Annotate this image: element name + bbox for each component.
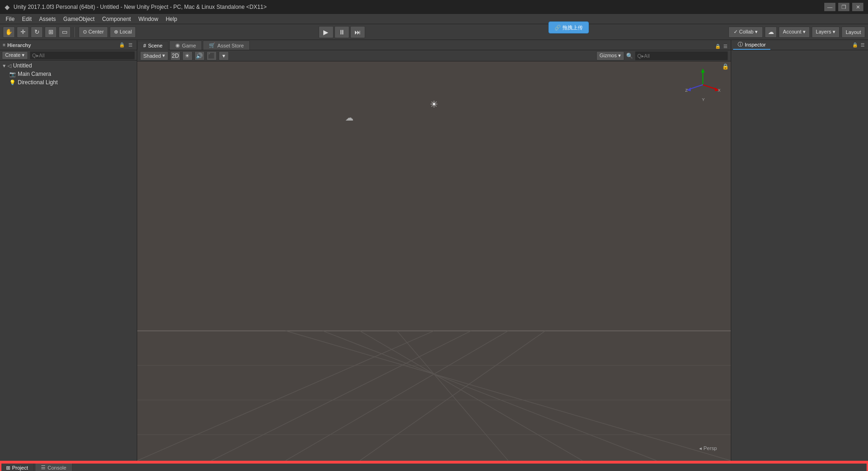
inspector-panel: ⓘ Inspector 🔒 ☰	[731, 40, 868, 461]
menu-item-file[interactable]: File	[2, 15, 18, 23]
hand-tool-button[interactable]: ✋	[3, 27, 15, 38]
menu-item-window[interactable]: Window	[134, 15, 162, 23]
cloud-button[interactable]: ☁	[765, 27, 777, 38]
toolbar: ✋ ✛ ↻ ⊞ ▭ ⊙ Center ⊕ Local ▶ ⏸ ⏭ 🔗 拖拽上传 …	[0, 24, 868, 40]
menu-item-gameobject[interactable]: GameObject	[60, 15, 98, 23]
inspector-menu-button[interactable]: ☰	[859, 41, 866, 49]
scene-viewport: ☀ ☁ Y X Z	[137, 61, 731, 461]
inspector-tab-bar: ⓘ Inspector 🔒 ☰	[731, 40, 868, 50]
audio-button[interactable]: 🔊	[194, 51, 205, 61]
inspector-tab-label: Inspector	[745, 42, 766, 47]
game-tab[interactable]: ◉ Game	[169, 40, 202, 50]
shading-arrow-icon: ▾	[162, 53, 165, 59]
console-tab[interactable]: ☰ Console	[35, 463, 72, 471]
hierarchy-lock-button[interactable]: 🔒	[118, 41, 126, 49]
pause-button[interactable]: ⏸	[334, 26, 349, 38]
console-tab-label: Console	[47, 465, 66, 471]
inspector-lock-button[interactable]: 🔒	[851, 41, 859, 49]
light-icon: 💡	[9, 80, 16, 86]
svg-text:Y: Y	[702, 97, 705, 102]
hierarchy-toolbar: Create ▾	[0, 50, 137, 61]
move-tool-button[interactable]: ✛	[17, 27, 29, 38]
upload-button[interactable]: 🔗 拖拽上传	[548, 21, 589, 34]
account-button[interactable]: Account ▾	[779, 27, 810, 38]
svg-line-7	[323, 331, 657, 461]
inspector-info-icon: ⓘ	[738, 41, 743, 48]
scale-tool-button[interactable]: ⊞	[45, 27, 57, 38]
local-button[interactable]: ⊕ Local	[110, 27, 136, 38]
hierarchy-panel: ≡ Hierarchy 🔒 ☰ Create ▾ ▼ ◁ Untitled 📷 …	[0, 40, 137, 461]
hierarchy-icon: ≡	[3, 42, 6, 47]
console-tab-icon: ☰	[41, 464, 46, 471]
play-controls: ▶ ⏸ ⏭	[319, 26, 365, 38]
step-button[interactable]: ⏭	[350, 26, 365, 38]
rotate-tool-button[interactable]: ↻	[31, 27, 43, 38]
scene-tab-label: Scene	[148, 43, 162, 48]
sun-button[interactable]: ☀	[182, 51, 193, 61]
asset-store-tab-icon: 🛒	[209, 42, 215, 48]
hierarchy-content: ▼ ◁ Untitled 📷 Main Camera 💡 Directional…	[0, 61, 137, 461]
hierarchy-item-label-2: Directional Light	[18, 79, 58, 86]
hierarchy-create-button[interactable]: Create ▾	[2, 51, 28, 60]
scene-grid	[137, 201, 731, 461]
project-tab-icon: ⊞	[6, 465, 10, 471]
shading-dropdown[interactable]: Shaded ▾	[140, 51, 168, 61]
scene-search-input[interactable]	[635, 51, 728, 61]
scene-arrow-icon: ▼	[2, 63, 7, 68]
title-bar: ◆ Unity 2017.1.0f3 Personal (64bit) - Un…	[0, 0, 868, 14]
asset-store-tab[interactable]: 🛒 Asset Store	[203, 40, 250, 50]
center-button[interactable]: ⊙ Center	[79, 27, 108, 38]
svg-marker-13	[701, 68, 705, 73]
scene-tab[interactable]: # Scene	[137, 41, 168, 50]
hierarchy-menu-button[interactable]: ☰	[127, 41, 134, 49]
bottom-area: ⊞ Project ☰ Console Create ▾ ▼ ★ Favorit…	[0, 461, 868, 471]
hierarchy-scene-root[interactable]: ▼ ◁ Untitled	[0, 61, 137, 70]
svg-text:X: X	[718, 88, 721, 93]
play-button[interactable]: ▶	[319, 26, 334, 38]
scene-icon: ◁	[7, 63, 11, 69]
scene-lock-icon: 🔒	[722, 63, 729, 70]
scene-tab-icon: #	[143, 43, 146, 48]
camera-icon: 📷	[9, 71, 16, 77]
gizmos-search-icon: 🔍	[626, 53, 633, 59]
rect-tool-button[interactable]: ▭	[59, 27, 71, 38]
gizmos-area: Gizmos ▾ 🔍	[596, 51, 728, 61]
svg-line-14	[703, 85, 717, 89]
gizmos-label: Gizmos ▾	[600, 53, 621, 59]
svg-line-1	[137, 331, 434, 461]
menu-item-edit[interactable]: Edit	[18, 15, 35, 23]
project-tab-label: Project	[12, 465, 28, 471]
project-tab[interactable]: ⊞ Project	[0, 463, 34, 471]
maximize-button[interactable]: ❐	[838, 3, 849, 11]
menu-item-help[interactable]: Help	[162, 15, 181, 23]
svg-line-3	[286, 331, 508, 461]
fx-button[interactable]: ⬛	[207, 51, 217, 61]
gizmos-dropdown[interactable]: Gizmos ▾	[596, 51, 624, 61]
hierarchy-item-main-camera[interactable]: 📷 Main Camera	[0, 70, 137, 78]
scene-panel-menu[interactable]: ☰	[721, 42, 729, 50]
scene-panel-lock[interactable]: 🔒	[714, 42, 721, 50]
2d-button[interactable]: 2D	[170, 51, 180, 61]
hierarchy-item-label: Main Camera	[18, 71, 51, 77]
svg-line-5	[397, 331, 508, 461]
layers-button[interactable]: Layers ▾	[812, 27, 840, 38]
inspector-tab[interactable]: ⓘ Inspector	[733, 40, 770, 50]
minimize-button[interactable]: —	[824, 3, 835, 11]
hierarchy-search-input[interactable]	[30, 51, 135, 60]
game-tab-icon: ◉	[175, 42, 180, 48]
layout-button[interactable]: Layout	[841, 27, 865, 38]
center-tab-bar: # Scene ◉ Game 🛒 Asset Store 🔒 ☰	[137, 40, 731, 50]
menu-item-assets[interactable]: Assets	[35, 15, 60, 23]
svg-line-2	[212, 331, 471, 461]
collab-button[interactable]: ✓ Collab ▾	[728, 27, 763, 38]
inspector-content	[731, 50, 868, 461]
svg-line-8	[286, 331, 731, 461]
close-button[interactable]: ✕	[852, 3, 863, 11]
menu-item-component[interactable]: Component	[98, 15, 134, 23]
window-controls: — ❐ ✕	[824, 3, 863, 11]
scene-toolbar: Shaded ▾ 2D ☀ 🔊 ⬛ ▾ Gizmos ▾ 🔍	[137, 50, 731, 61]
svg-line-6	[360, 331, 583, 461]
hierarchy-item-directional-light[interactable]: 💡 Directional Light	[0, 78, 137, 87]
extras-button[interactable]: ▾	[219, 51, 229, 61]
game-tab-label: Game	[182, 43, 196, 48]
